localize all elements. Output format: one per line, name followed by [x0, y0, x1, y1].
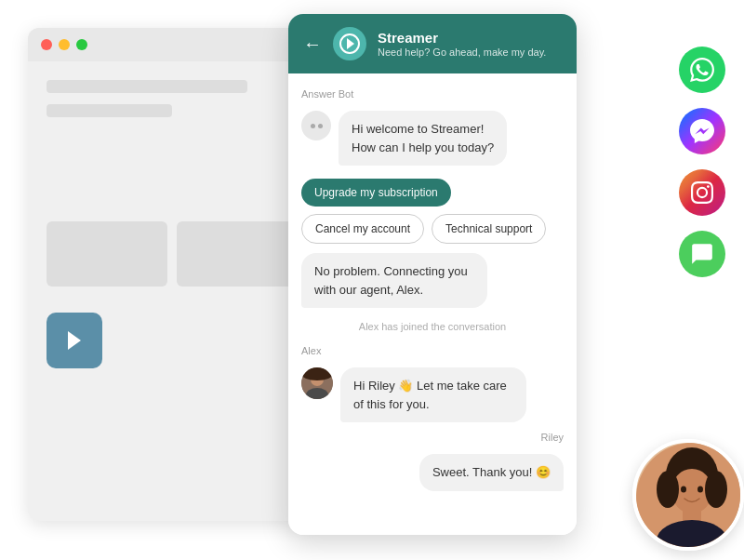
grid-item-2: [177, 221, 298, 287]
chat-header-avatar: [333, 27, 366, 60]
bot-message-2: No problem. Connecting you with our agen…: [301, 253, 564, 308]
flag-icon: [68, 331, 81, 350]
bot-message-1: Hi welcome to Streamer!How can I help yo…: [301, 111, 564, 166]
user-label: Riley: [301, 432, 564, 443]
svg-point-7: [657, 471, 679, 508]
svg-point-11: [681, 487, 686, 493]
bot-bubble-1: Hi welcome to Streamer!How can I help yo…: [339, 111, 507, 166]
social-icons: [679, 47, 725, 277]
dot-yellow: [59, 39, 70, 50]
bot-dot-2: [318, 124, 323, 128]
bot-dot-1: [311, 124, 315, 128]
upgrade-subscription-btn[interactable]: Upgrade my subscription: [301, 179, 451, 207]
svg-point-8: [705, 471, 727, 508]
chat-header-info: Streamer Need help? Go ahead, make my da…: [378, 30, 562, 58]
chat-header: ← Streamer Need help? Go ahead, make my …: [288, 14, 577, 73]
grid-item-1: [46, 221, 167, 287]
person-avatar: [632, 439, 744, 551]
dot-red: [41, 39, 52, 50]
messenger-button[interactable]: [679, 108, 725, 154]
browser-titlebar: [28, 28, 316, 61]
agent-bubble-1: Hi Riley 👋 Let me take care of this for …: [340, 367, 526, 422]
play-icon: [347, 38, 354, 49]
agent-avatar: [301, 367, 333, 399]
back-button[interactable]: ←: [303, 34, 322, 53]
browser-window: [28, 28, 316, 521]
divider-text: Alex has joined the conversation: [301, 317, 564, 336]
user-bubble-1: Sweet. Thank you! 😊: [419, 454, 564, 491]
instagram-button[interactable]: [679, 169, 725, 216]
chat-header-name: Streamer: [378, 30, 562, 46]
chat-button[interactable]: [679, 231, 725, 277]
whatsapp-button[interactable]: [679, 47, 725, 93]
technical-support-btn[interactable]: Technical support: [432, 214, 546, 244]
bot-avatar: [301, 111, 331, 140]
browser-content: [28, 61, 316, 387]
chat-header-subtitle: Need help? Go ahead, make my day.: [378, 47, 562, 58]
bot-label: Answer Bot: [301, 88, 564, 100]
chat-body: Answer Bot Hi welcome to Streamer!How ca…: [288, 73, 577, 535]
avatar-inner: [339, 33, 360, 54]
agent-message-1: Hi Riley 👋 Let me take care of this for …: [301, 367, 564, 422]
cancel-account-btn[interactable]: Cancel my account: [301, 214, 424, 244]
dot-green: [76, 39, 87, 50]
placeholder-bar-2: [46, 104, 172, 117]
chat-window: ← Streamer Need help? Go ahead, make my …: [288, 14, 577, 535]
browser-logo-box: [46, 313, 102, 368]
agent-label: Alex: [301, 345, 564, 356]
svg-rect-2: [301, 367, 333, 380]
bot-bubble-2: No problem. Connecting you with our agen…: [301, 253, 487, 308]
browser-grid: [46, 221, 298, 287]
placeholder-bar-1: [46, 80, 247, 93]
svg-point-12: [698, 487, 703, 493]
quick-replies: Upgrade my subscription Cancel my accoun…: [301, 179, 564, 244]
